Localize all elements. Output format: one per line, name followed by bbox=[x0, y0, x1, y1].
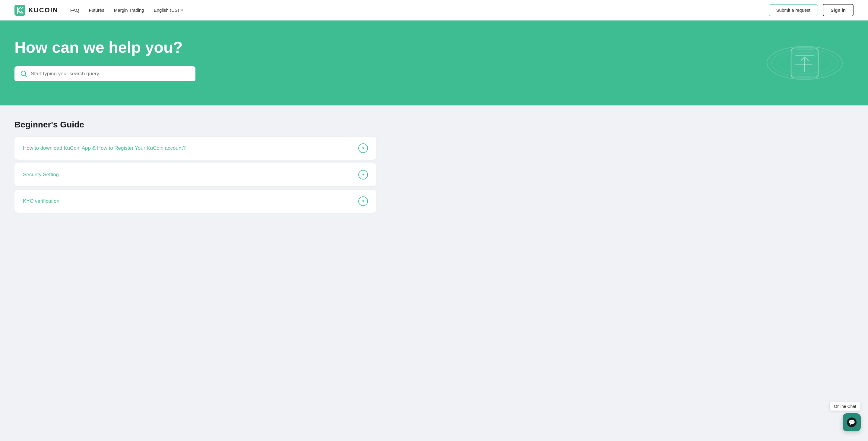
search-box bbox=[14, 66, 195, 81]
chat-icon bbox=[847, 417, 857, 427]
language-label: English (US) bbox=[154, 7, 179, 13]
language-selector[interactable]: English (US) ▼ bbox=[154, 7, 184, 13]
logo[interactable]: KUCOIN bbox=[14, 5, 58, 16]
chat-widget: Online Chat bbox=[829, 402, 861, 431]
faq-item-2-chevron: ▾ bbox=[358, 170, 368, 179]
section-title: Beginner's Guide bbox=[14, 120, 854, 130]
faq-item-1-chevron: ▾ bbox=[358, 143, 368, 153]
hero-title: How can we help you? bbox=[14, 39, 226, 57]
chevron-down-icon: ▼ bbox=[180, 8, 184, 12]
faq-item-1-text: How to download KuCoin App & How to Regi… bbox=[23, 145, 186, 151]
nav-faq[interactable]: FAQ bbox=[70, 7, 79, 13]
search-icon bbox=[21, 70, 27, 77]
nav-margin-trading[interactable]: Margin Trading bbox=[114, 7, 144, 13]
faq-item-3-chevron: ▾ bbox=[358, 196, 368, 206]
sign-in-button[interactable]: Sign in bbox=[823, 4, 854, 16]
hero-content: How can we help you? bbox=[14, 39, 226, 81]
logo-text: KUCOIN bbox=[28, 6, 58, 14]
hero-illustration bbox=[766, 24, 844, 102]
navbar: KUCOIN FAQ Futures Margin Trading Englis… bbox=[0, 0, 868, 21]
nav-futures[interactable]: Futures bbox=[89, 7, 104, 13]
nav-actions: Submit a request Sign in bbox=[769, 4, 854, 16]
chat-label: Online Chat bbox=[829, 402, 861, 411]
submit-request-button[interactable]: Submit a request bbox=[769, 4, 818, 16]
search-input[interactable] bbox=[31, 71, 189, 77]
chevron-down-icon: ▾ bbox=[362, 172, 364, 177]
faq-list: How to download KuCoin App & How to Regi… bbox=[14, 137, 376, 213]
chevron-down-icon: ▾ bbox=[362, 146, 364, 150]
chat-button[interactable] bbox=[843, 413, 861, 431]
nav-links: FAQ Futures Margin Trading English (US) … bbox=[70, 7, 769, 13]
faq-item-1[interactable]: How to download KuCoin App & How to Regi… bbox=[14, 137, 376, 160]
faq-item-3-text: KYC verification bbox=[23, 198, 59, 204]
faq-item-2-text: Security Setting bbox=[23, 172, 59, 178]
kucoin-logo-icon bbox=[14, 5, 25, 16]
faq-item-3[interactable]: KYC verification ▾ bbox=[14, 190, 376, 213]
main-content: Beginner's Guide How to download KuCoin … bbox=[0, 105, 868, 286]
chevron-down-icon: ▾ bbox=[362, 199, 364, 203]
svg-rect-0 bbox=[14, 5, 25, 16]
faq-item-2[interactable]: Security Setting ▾ bbox=[14, 163, 376, 186]
hero-section: How can we help you? bbox=[0, 21, 868, 105]
